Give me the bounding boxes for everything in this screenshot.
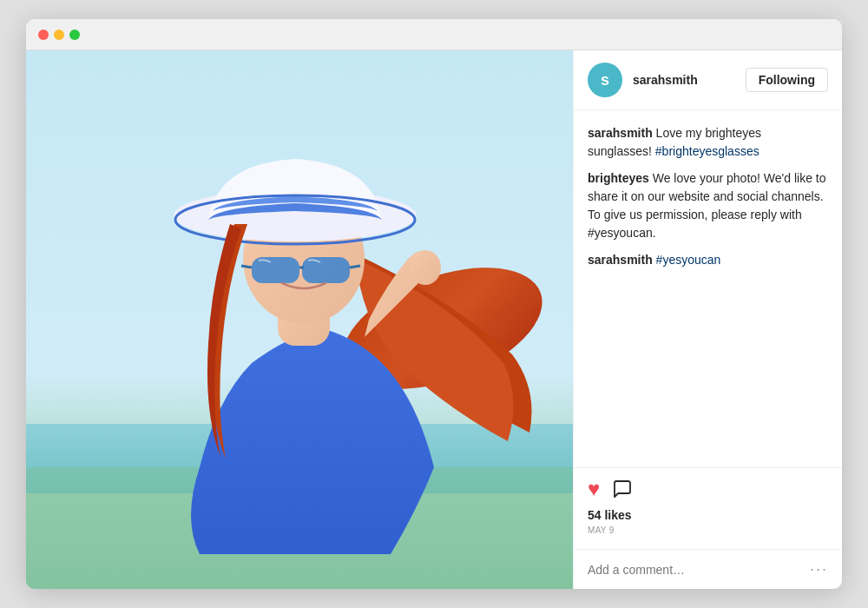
- window-maximize-dot[interactable]: [69, 30, 80, 40]
- action-icons-row: ♥: [588, 477, 828, 501]
- following-button[interactable]: Following: [746, 68, 828, 92]
- comment-button[interactable]: [612, 479, 633, 499]
- comment-3: sarahsmith #yesyoucan: [588, 251, 828, 269]
- svg-point-13: [410, 250, 441, 285]
- svg-line-11: [241, 266, 252, 268]
- post-username: sarahsmith: [633, 73, 746, 87]
- post-image: [26, 50, 573, 589]
- likes-count: 54 likes: [588, 508, 828, 522]
- window-close-dot[interactable]: [38, 30, 49, 40]
- browser-window: s sarahsmith Following sarahsmith Love m…: [26, 19, 842, 589]
- comment-3-hashtag[interactable]: #yesyoucan: [656, 253, 721, 267]
- post-header: s sarahsmith Following: [574, 50, 842, 110]
- user-avatar: s: [588, 63, 622, 97]
- post-actions: ♥ 54 likes MAY 9: [574, 467, 842, 549]
- comment-2-username: brighteyes: [588, 171, 649, 185]
- post-container: s sarahsmith Following sarahsmith Love m…: [26, 50, 842, 589]
- browser-titlebar: [26, 19, 842, 50]
- post-date: MAY 9: [588, 525, 828, 535]
- svg-line-12: [350, 266, 360, 268]
- comment-1: sarahsmith Love my brighteyes sunglasses…: [588, 124, 828, 161]
- post-comments-section: sarahsmith Love my brighteyes sunglasses…: [574, 110, 842, 467]
- add-comment-input[interactable]: [588, 563, 810, 577]
- comment-1-hashtag[interactable]: #brighteyesglasses: [655, 144, 760, 158]
- post-right-panel: s sarahsmith Following sarahsmith Love m…: [573, 50, 842, 589]
- comment-1-username: sarahsmith: [588, 126, 653, 140]
- more-options-button[interactable]: ···: [810, 560, 828, 578]
- window-minimize-dot[interactable]: [54, 30, 64, 40]
- comment-2: brighteyes We love your photo! We'd like…: [588, 169, 828, 242]
- comment-3-username: sarahsmith: [588, 253, 653, 267]
- avatar-letter: s: [601, 71, 609, 89]
- add-comment-area: ···: [574, 549, 842, 589]
- like-button[interactable]: ♥: [588, 477, 600, 501]
